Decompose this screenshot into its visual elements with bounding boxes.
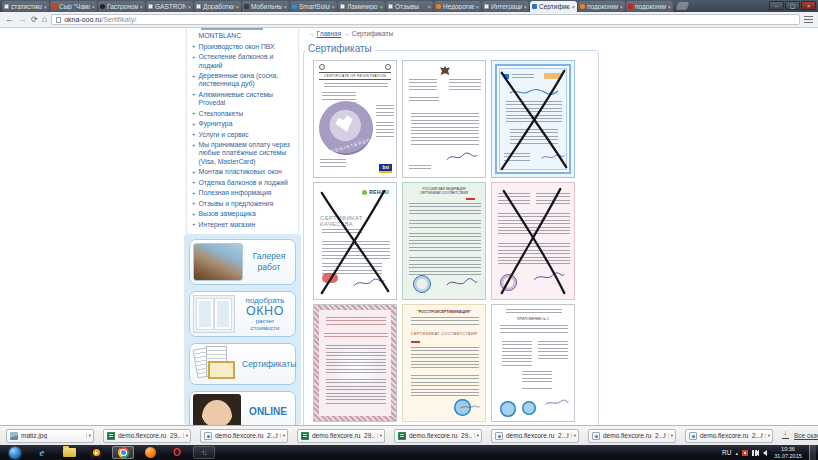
download-caret-icon[interactable]: ▾ [765,433,770,438]
browser-tab[interactable]: Ламиниро× [338,1,385,12]
download-caret-icon[interactable]: ▾ [571,433,576,438]
sidebar-menu-item[interactable]: +Стеклопакеты [192,110,294,118]
certificate-thumbnail-bsi[interactable]: CERTIFICATE OF REGISTRATION REGISTERED b… [313,60,397,178]
sidebar-menu-item[interactable]: +MONTBLANC [192,32,294,40]
download-caret-icon[interactable]: ▾ [280,433,285,438]
certificate-thumbnail-green[interactable]: РОССИЙСКАЯ ФЕДЕРАЦИЯ СЕРТИФИКАТ СООТВЕТС… [402,182,486,300]
new-tab-button[interactable] [676,2,690,10]
tab-close-icon[interactable]: × [283,4,287,10]
taskbar-chrome[interactable] [112,446,134,459]
tab-close-icon[interactable]: × [379,4,383,10]
certificate-thumbnail-pink[interactable] [491,182,575,300]
download-item[interactable]: demo.flexcore.ru_2...html▾ [491,429,579,443]
tab-close-icon[interactable]: × [331,4,335,10]
sidebar-menu-item[interactable]: +Отзывы и предложения [192,200,294,208]
sidebar-menu-item[interactable]: +Мы принимаем оплату через любые платёжн… [192,141,294,165]
download-item[interactable]: demo.flexcore.ru_2...html▾ [685,429,773,443]
maximize-button[interactable]: ▢ [785,1,800,10]
tab-close-icon[interactable]: × [427,4,431,10]
speaker-icon[interactable] [763,450,767,456]
download-caret-icon[interactable]: ▾ [668,433,673,438]
certificate-thumbnail-sanitary[interactable] [313,304,397,422]
taskbar-firefox[interactable] [139,446,161,459]
browser-tab[interactable]: Интеграции× [482,1,529,12]
close-button[interactable]: × [801,1,816,10]
certificate-thumbnail-rosstroy[interactable]: "РОССТРОЙСЕРТИФИКАЦИЯ" СЕРТИФИКАТ СООТВЕ… [402,304,486,422]
download-item[interactable]: demo.flexcore.ru_29....csv▾ [103,429,191,443]
show-all-downloads-link[interactable]: Все скачанные файлы... [794,432,818,439]
sidebar-menu-item[interactable]: +Полезная информация [192,189,294,197]
sidebar-menu: +MONTBLANC+Производство окон ПВХ+Остекле… [186,28,299,237]
language-indicator[interactable]: RU [722,449,731,456]
breadcrumb-home-link[interactable]: Главная [317,30,342,37]
download-item[interactable]: demo.flexcore.ru_29....csv▾ [297,429,385,443]
tab-close-icon[interactable]: × [187,4,191,10]
taskbar-file-explorer[interactable] [58,446,80,459]
sidebar-menu-item[interactable]: +Алюминиевые системы Provedal [192,91,294,107]
taskbar-media-player[interactable] [85,446,107,459]
browser-tab[interactable]: Отзывы× [386,1,433,12]
download-item[interactable]: demo.flexcore.ru_2...html▾ [588,429,676,443]
refresh-icon[interactable]: ⟳ [31,16,38,24]
browser-tab[interactable]: Сыр "Чамах"× [50,1,97,12]
sidebar-menu-item[interactable]: +Производство окон ПВХ [192,43,294,51]
browser-tab[interactable]: GASTRONO× [146,1,193,12]
tab-close-icon[interactable]: × [523,4,527,10]
certificates-widget[interactable]: Сертификаты [189,343,296,385]
tab-close-icon[interactable]: × [139,4,143,10]
browser-tab[interactable]: Недорогие× [434,1,481,12]
browser-tab[interactable]: подоконни× [578,1,625,12]
certificate-thumbnail-letter[interactable] [402,60,486,178]
tab-close-icon[interactable]: × [475,4,479,10]
online-consultant-widget[interactable]: ONLINE [189,391,296,425]
taskbar-opera[interactable]: O [166,446,188,459]
tab-close-icon[interactable]: × [91,4,95,10]
browser-tab[interactable]: Доработки× [194,1,241,12]
tab-close-icon[interactable]: × [619,4,623,10]
tray-app-icon[interactable] [742,450,748,456]
tab-close-icon[interactable]: × [667,4,671,10]
certificate-thumbnail-blue[interactable] [491,60,575,178]
address-bar[interactable]: okna-ooo.ru/Sertifikaty/ [51,14,800,25]
home-icon[interactable]: ⌂ [42,15,47,24]
browser-tab[interactable]: подоконни× [626,1,673,12]
tab-close-icon[interactable]: × [571,4,575,10]
browser-tab[interactable]: Мобильный× [242,1,289,12]
tray-expand-icon[interactable]: ▴ [735,450,738,456]
sidebar-menu-item[interactable]: +Интернет магазин [192,221,294,229]
sidebar-menu-item[interactable]: +Остекление балконов и лоджий [192,53,294,69]
minimize-button[interactable]: – [769,1,784,10]
forward-icon[interactable]: → [18,15,27,24]
browser-menu-icon[interactable] [804,16,813,23]
taskbar-download-manager[interactable]: ↑↓ [193,446,215,459]
download-caret-icon[interactable]: ▾ [86,433,91,438]
certificate-thumbnail-appendix[interactable]: ПРИЛОЖЕНИЕ № 1 [491,304,575,422]
tab-close-icon[interactable]: × [43,4,47,10]
sidebar-menu-item[interactable]: +Вызов замерщика [192,210,294,218]
sidebar-menu-item[interactable]: +Отделка балконов и лоджий [192,179,294,187]
back-icon[interactable]: ← [5,15,14,24]
browser-tab[interactable]: Гастрономи× [98,1,145,12]
sidebar-menu-item[interactable]: +Деревянные окна (сосна, лиственница дуб… [192,72,294,88]
download-filename: demo.flexcore.ru_29....csv [312,432,375,439]
show-desktop-button[interactable] [809,445,816,460]
browser-tab[interactable]: статистика× [2,1,49,12]
download-caret-icon[interactable]: ▾ [377,433,382,438]
tab-close-icon[interactable]: × [235,4,239,10]
sidebar-menu-item[interactable]: +Услуги и сервис [192,131,294,139]
certificate-thumbnail-rehau[interactable]: REHAU СЕРТИФИКАТ КАЧЕСТВА [313,182,397,300]
start-button[interactable] [4,446,26,459]
download-caret-icon[interactable]: ▾ [183,433,188,438]
download-item[interactable]: demo.flexcore.ru_2...html▾ [200,429,288,443]
gallery-widget[interactable]: Галереяработ [189,239,296,285]
download-caret-icon[interactable]: ▾ [474,433,479,438]
taskbar-clock[interactable]: 10:3631.07.2015 [771,446,805,459]
taskbar-internet-explorer[interactable]: e [31,446,53,459]
window-configurator-widget[interactable]: подобрать ОКНО расчетстоимости [189,291,296,337]
sidebar-menu-item[interactable]: +Фурнитура [192,120,294,128]
sidebar-menu-item[interactable]: +Монтаж пластиковых окон [192,168,294,176]
download-item[interactable]: demo.flexcore.ru_29....csv▾ [394,429,482,443]
browser-tab[interactable]: SmartSoluti× [290,1,337,12]
download-item[interactable]: matiz.jpg▾ [6,429,94,443]
browser-tab[interactable]: Сертификат× [530,1,577,12]
